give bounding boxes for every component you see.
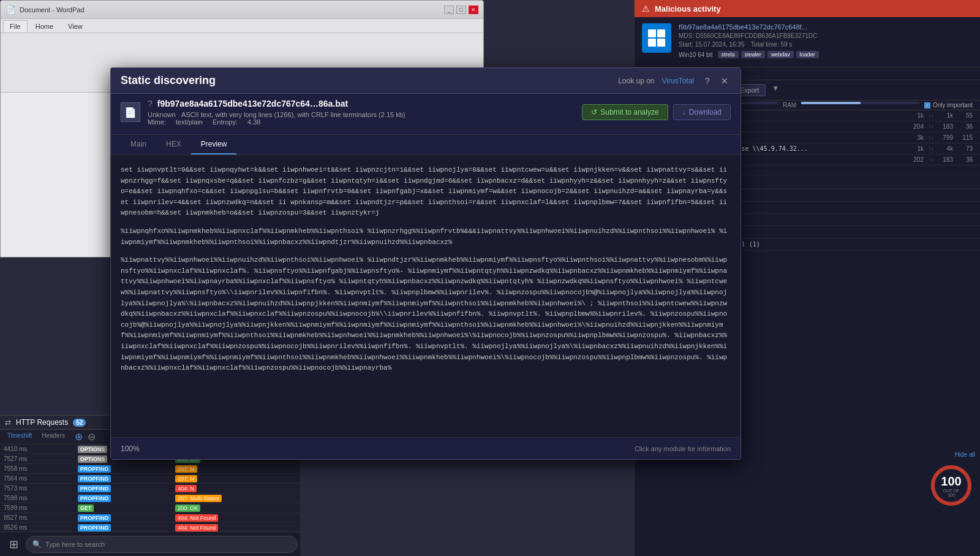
http-status: 404: N <box>172 484 300 493</box>
file-description: ASCII text, with very long lines (1266),… <box>181 111 405 118</box>
file-tag: webdav <box>767 51 794 58</box>
file-info-top: 📄 ? f9b97ae8a4a6175dbe413e72dc767c64…86a… <box>121 99 731 126</box>
malicious-bar: ⚠ Malicious activity <box>635 0 980 17</box>
tab-file[interactable]: File <box>3 20 28 32</box>
tab-preview[interactable]: Preview <box>191 135 237 154</box>
wordpad-titlebar: 📄 Document - WordPad _ □ ✕ <box>1 1 483 19</box>
file-info-bar: 📄 ? f9b97ae8a4a6175dbe413e72dc767c64…86a… <box>111 94 741 135</box>
stat-1: 204 <box>909 123 924 130</box>
wordpad-title: Document - WordPad <box>20 6 85 13</box>
stat-2: 183 <box>938 156 953 163</box>
modal-header-icons: ? ✕ <box>701 75 731 87</box>
arrow-icon: ↑↓ <box>929 113 933 118</box>
http-table-row[interactable]: 8527 ms PROPFIND 404: Not Found <box>0 513 300 523</box>
minimize-btn[interactable]: _ <box>444 6 454 14</box>
stat-3: 36 <box>958 123 973 130</box>
http-time: 8527 ms <box>0 513 74 523</box>
modal-header: Static discovering Look up on VirusTotal… <box>111 68 741 94</box>
tab-view[interactable]: View <box>61 20 89 32</box>
right-hash: MDS: D5560CE8AE89FCDDB636A1FB9E3271DC <box>679 32 973 39</box>
content-tabs: Main HEX Preview <box>111 135 741 155</box>
mime-label: Mime: <box>148 118 166 126</box>
http-requests-label: HTTP Requests <box>16 418 68 427</box>
http-method: PROPFIND <box>74 484 172 493</box>
minus-icon[interactable]: ⊖ <box>88 431 96 443</box>
http-method: PROPFIND <box>74 464 172 474</box>
percent-display: 100% <box>121 444 140 453</box>
export-expand-icon[interactable]: ▼ <box>772 84 779 96</box>
http-table-row[interactable]: 7573 ms PROPFIND 404: N <box>0 484 300 493</box>
search-icon: 🔍 <box>32 540 42 549</box>
hide-all-btn[interactable]: Hide all <box>955 451 975 458</box>
submit-analyze-button[interactable]: ↺ Submit to analyze <box>582 104 668 120</box>
http-requests-icon: ⇄ <box>5 418 11 427</box>
arrow-icon: ↑↓ <box>929 157 933 162</box>
http-table-row[interactable]: 7564 ms PROPFIND 207: M <box>0 474 300 484</box>
right-tags: strelastealerwebdavloader <box>718 51 819 58</box>
os-label: Win10 64 bit <box>679 51 713 58</box>
right-file-info: f9b97ae8a4a6175dbe413e72dc767c648f... MD… <box>635 17 980 67</box>
http-sub-tab-timeshift[interactable]: Timeshift <box>5 431 34 443</box>
tab-home[interactable]: Home <box>29 20 60 32</box>
http-time: 4410 ms <box>0 444 74 454</box>
wordpad-controls[interactable]: _ □ ✕ <box>444 6 478 14</box>
close-btn[interactable]: ✕ <box>469 6 478 14</box>
http-status: 207: M <box>172 474 300 484</box>
file-name: f9b97ae8a4a6175dbe413e72dc767c64…86a.bat <box>157 99 348 109</box>
search-bar[interactable]: 🔍 Type here to search <box>26 536 298 553</box>
stat-3: 115 <box>958 134 973 141</box>
click-module-text: Click any module for information <box>635 445 731 452</box>
file-unknown-indicator: ? <box>148 99 153 109</box>
maximize-btn[interactable]: □ <box>456 6 466 14</box>
http-table-row[interactable]: 7599 ms GET 200: OK <box>0 503 300 513</box>
plus-icon[interactable]: ⊕ <box>75 431 83 443</box>
http-table-row[interactable]: 7558 ms PROPFIND 207: M <box>0 464 300 474</box>
preview-line: %iiwpnattvy%%iiwpnhwoei%%iiwpnuihzd%%iiw… <box>121 255 731 374</box>
score-circle: 100 OUT OF 100 <box>930 464 973 507</box>
http-status: 404: Not Found <box>172 513 300 523</box>
http-table-row[interactable]: 7598 ms PROPFIND 207: Multi-Status <box>0 493 300 503</box>
http-time: 7527 ms <box>0 454 74 464</box>
process-stats: 1k ↑↓ 1k 55 <box>909 112 973 119</box>
arrow-icon: ↑↓ <box>929 135 933 140</box>
taskbar: ⊞ 🔍 Type here to search <box>0 531 300 556</box>
virustotal-link[interactable]: VirusTotal <box>662 77 694 85</box>
start-btn[interactable]: ⊞ <box>2 533 24 555</box>
http-badge: 52 <box>73 419 86 427</box>
right-file-icon <box>642 23 671 53</box>
file-mime-row: Mime: text/plain Entropy: 4.38 <box>148 118 575 126</box>
checkbox-icon: ✓ <box>924 102 930 109</box>
file-type-label: Unknown <box>148 111 176 118</box>
tab-main[interactable]: Main <box>121 135 156 154</box>
http-time: 7573 ms <box>0 484 74 493</box>
process-stats: 204 ↑↓ 183 36 <box>909 123 973 130</box>
file-tag: loader <box>796 51 819 58</box>
right-file-details: f9b97ae8a4a6175dbe413e72dc767c648f... MD… <box>679 23 973 61</box>
file-details: ? f9b97ae8a4a6175dbe413e72dc767c64…86a.b… <box>148 99 575 126</box>
only-important[interactable]: ✓ Only important <box>924 102 973 109</box>
ribbon-tabs: File Home View <box>1 19 483 33</box>
submit-icon: ↺ <box>591 108 597 116</box>
http-sub-tab-headers[interactable]: Headers <box>39 431 67 443</box>
stat-1: 3k <box>909 134 924 141</box>
modal-title: Static discovering <box>121 74 216 87</box>
stat-2: 183 <box>938 123 953 130</box>
close-modal-icon[interactable]: ✕ <box>718 75 731 87</box>
help-icon[interactable]: ? <box>701 75 714 87</box>
mime-value: text/plain <box>176 118 203 126</box>
entropy-label: Entropy: <box>213 118 238 126</box>
malicious-text: Malicious activity <box>655 4 721 13</box>
tab-hex[interactable]: HEX <box>156 135 191 154</box>
http-method: PROPFIND <box>74 513 172 523</box>
download-button[interactable]: ↓ Download <box>673 104 731 120</box>
search-placeholder: Type here to search <box>45 541 105 548</box>
ram-label: RAM <box>783 102 796 109</box>
file-type-icon: 📄 <box>121 102 140 122</box>
http-time: 7599 ms <box>0 503 74 513</box>
http-status: 200: OK <box>172 503 300 513</box>
score-inner: 100 OUT OF 100 <box>941 474 962 497</box>
right-meta: Start: 15.07.2024, 16:35 Total time: 59 … <box>679 41 973 48</box>
http-time: 7598 ms <box>0 493 74 503</box>
preview-line: set iiwpnvptlt=9&&set iiwpnqyhwt=k&&set … <box>121 165 731 219</box>
stat-1: 1k <box>909 145 924 152</box>
